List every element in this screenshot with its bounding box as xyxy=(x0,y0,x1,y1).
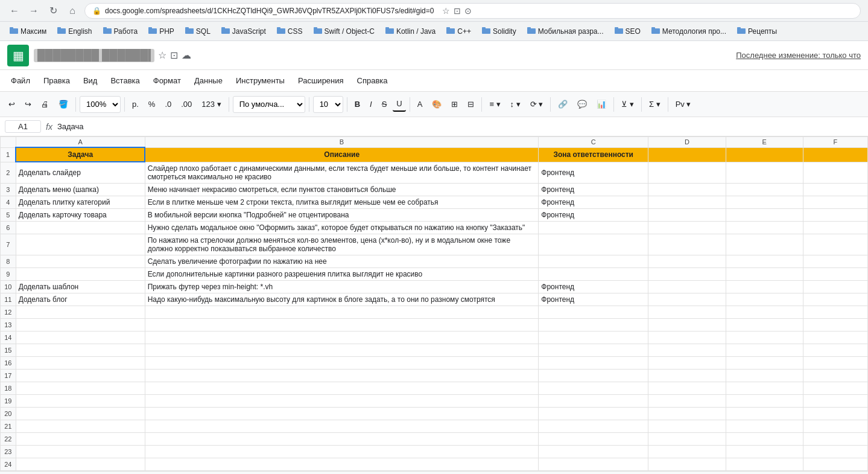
row-number-5[interactable]: 5 xyxy=(1,208,16,221)
cell-12-f[interactable] xyxy=(803,306,867,318)
cell-17-e[interactable] xyxy=(726,369,803,382)
address-bar[interactable]: 🔒 docs.google.com/spreadsheets/d/1CKHcZQ… xyxy=(84,3,861,19)
row-number-6[interactable]: 6 xyxy=(1,221,16,234)
cell-12-b[interactable] xyxy=(145,306,539,318)
row-number-20[interactable]: 20 xyxy=(1,407,16,420)
menu-view[interactable]: Вид xyxy=(77,74,104,88)
row-number-17[interactable]: 17 xyxy=(1,369,16,382)
cell-9-d[interactable] xyxy=(648,267,726,280)
cell-6-a[interactable] xyxy=(16,221,145,234)
col-header-e[interactable]: E xyxy=(726,137,803,148)
cell-5-f[interactable] xyxy=(803,208,867,221)
cell-14-e[interactable] xyxy=(726,331,803,344)
cell-19-e[interactable] xyxy=(726,394,803,407)
move-icon[interactable]: ⊡ xyxy=(170,50,178,61)
cell-9-f[interactable] xyxy=(803,267,867,280)
cell-5-b[interactable]: В мобильной версии кнопка "Подробней" не… xyxy=(145,208,539,221)
cell-5-c[interactable]: Фронтенд xyxy=(539,208,648,221)
row-number-12[interactable]: 12 xyxy=(1,306,16,318)
cell-4-c[interactable]: Фронтенд xyxy=(539,196,648,208)
bookmark-c__[interactable]: C++ xyxy=(442,24,476,38)
cell-12-a[interactable] xyxy=(16,306,145,318)
row-number-2[interactable]: 2 xyxy=(1,162,16,183)
col-header-a[interactable]: A xyxy=(16,137,145,148)
cell-12-e[interactable] xyxy=(726,306,803,318)
cell-18-b[interactable] xyxy=(145,382,539,394)
home-button[interactable]: ⌂ xyxy=(65,4,80,18)
bookmark-php[interactable]: PHP xyxy=(144,24,179,38)
cell-19-b[interactable] xyxy=(145,394,539,407)
cell-1-b[interactable]: Описание xyxy=(145,147,539,162)
bookmark-_______[interactable]: Рецепты xyxy=(732,24,782,38)
cell-16-a[interactable] xyxy=(16,356,145,369)
currency-button[interactable]: р. xyxy=(128,97,142,111)
cell-8-b[interactable]: Сделать увеличение фотографии по нажатию… xyxy=(145,255,539,267)
row-number-22[interactable]: 22 xyxy=(1,432,16,445)
menu-extensions[interactable]: Расширения xyxy=(292,74,350,88)
cell-9-c[interactable] xyxy=(539,267,648,280)
cell-19-a[interactable] xyxy=(16,394,145,407)
cell-16-b[interactable] xyxy=(145,356,539,369)
cell-7-a[interactable] xyxy=(16,234,145,255)
menu-help[interactable]: Справка xyxy=(351,74,394,88)
cell-7-c[interactable] xyxy=(539,234,648,255)
menu-file[interactable]: Файл xyxy=(5,74,36,88)
cell-1-a[interactable]: Задача xyxy=(16,147,145,162)
cell-12-d[interactable] xyxy=(648,306,726,318)
cell-3-f[interactable] xyxy=(803,183,867,196)
cell-16-e[interactable] xyxy=(726,356,803,369)
cell-17-d[interactable] xyxy=(648,369,726,382)
cell-19-d[interactable] xyxy=(648,394,726,407)
rotate-button[interactable]: ⟳ ▾ xyxy=(527,97,547,111)
col-header-b[interactable]: B xyxy=(145,137,539,148)
cell-24-c[interactable] xyxy=(539,458,648,470)
cell-4-f[interactable] xyxy=(803,196,867,208)
cell-18-e[interactable] xyxy=(726,382,803,394)
bookmark-kotlin___java[interactable]: Kotlin / Java xyxy=(381,24,440,38)
row-number-8[interactable]: 8 xyxy=(1,255,16,267)
cell-8-d[interactable] xyxy=(648,255,726,267)
cell-9-b[interactable]: Если дополнительные картинки разного раз… xyxy=(145,267,539,280)
cell-19-c[interactable] xyxy=(539,394,648,407)
cell-20-e[interactable] xyxy=(726,407,803,420)
bookmark-seo[interactable]: SEO xyxy=(610,24,645,38)
cell-3-b[interactable]: Меню начинает некрасиво смотреться, если… xyxy=(145,183,539,196)
bookmark-javascript[interactable]: JavaScript xyxy=(217,24,271,38)
row-number-10[interactable]: 10 xyxy=(1,280,16,293)
print-button[interactable]: 🖨 xyxy=(37,97,52,111)
cell-22-c[interactable] xyxy=(539,432,648,445)
doc-title-input[interactable] xyxy=(34,49,154,62)
forward-button[interactable]: → xyxy=(27,4,41,18)
fill-color-button[interactable]: 🎨 xyxy=(428,97,445,111)
cell-11-b[interactable]: Надо какую-нибудь максимальную высоту дл… xyxy=(145,293,539,306)
col-header-f[interactable]: F xyxy=(803,137,867,148)
cell-14-c[interactable] xyxy=(539,331,648,344)
cell-3-c[interactable]: Фронтенд xyxy=(539,183,648,196)
cell-7-d[interactable] xyxy=(648,234,726,255)
row-number-11[interactable]: 11 xyxy=(1,293,16,306)
cell-1-c[interactable]: Зона ответственности xyxy=(539,147,648,162)
cell-22-f[interactable] xyxy=(803,432,867,445)
cell-20-c[interactable] xyxy=(539,407,648,420)
cell-8-f[interactable] xyxy=(803,255,867,267)
cell-10-b[interactable]: Прижать футер через min-height: *.vh xyxy=(145,280,539,293)
cell-20-a[interactable] xyxy=(16,407,145,420)
cell-23-f[interactable] xyxy=(803,445,867,458)
cell-9-a[interactable] xyxy=(16,267,145,280)
cell-14-a[interactable] xyxy=(16,331,145,344)
decimal-inc-button[interactable]: .00 xyxy=(177,97,195,111)
cell-17-f[interactable] xyxy=(803,369,867,382)
cell-10-e[interactable] xyxy=(726,280,803,293)
bookmark-__________________[interactable]: Методология про... xyxy=(647,24,731,38)
strikethrough-button[interactable]: S xyxy=(378,97,391,111)
cell-13-f[interactable] xyxy=(803,318,867,331)
cell-23-b[interactable] xyxy=(145,445,539,458)
decimal-dec-button[interactable]: .0 xyxy=(161,97,175,111)
cell-20-b[interactable] xyxy=(145,407,539,420)
cell-20-d[interactable] xyxy=(648,407,726,420)
row-number-1[interactable]: 1 xyxy=(1,147,16,162)
row-number-3[interactable]: 3 xyxy=(1,183,16,196)
zoom-select[interactable]: 100% xyxy=(80,96,121,113)
cell-3-d[interactable] xyxy=(648,183,726,196)
percent-button[interactable]: % xyxy=(145,97,159,111)
